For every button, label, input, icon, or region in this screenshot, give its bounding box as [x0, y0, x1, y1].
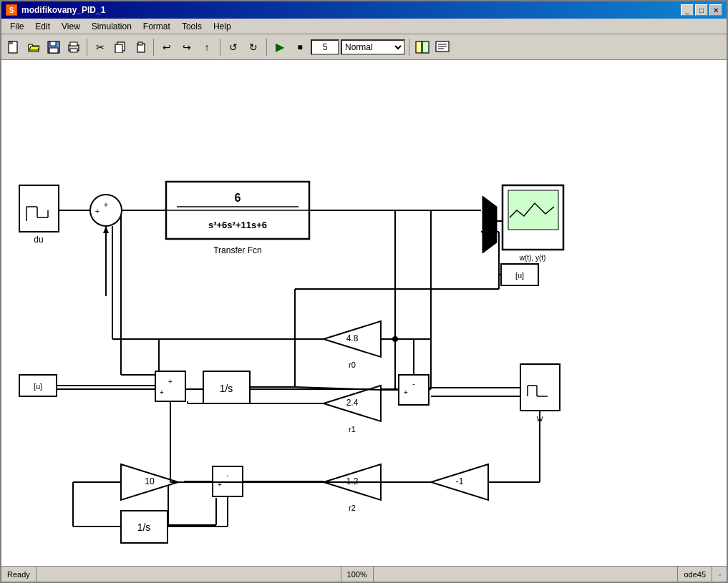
minimize-button[interactable]: _ — [681, 4, 694, 16]
print-button[interactable] — [64, 38, 83, 57]
menu-view[interactable]: View — [56, 20, 86, 33]
du-label: du — [34, 235, 43, 245]
svg-rect-3 — [50, 41, 56, 46]
status-empty — [37, 567, 341, 582]
separator-1 — [87, 39, 87, 56]
scope-label: w(t), y(t) — [519, 254, 546, 262]
status-zoom: 100% — [341, 567, 374, 582]
gain-r1-label: r1 — [349, 425, 356, 433]
main-window: S modifikovany_PID_1 _ □ ✕ File Edit Vie… — [0, 0, 728, 583]
menu-edit[interactable]: Edit — [29, 20, 56, 33]
status-solver: ode45 — [678, 567, 712, 582]
redo2-button[interactable]: ↻ — [244, 38, 263, 57]
integrator1-label: 1/s — [220, 383, 233, 394]
sum1-arrow-down — [103, 226, 109, 233]
du-block[interactable] — [19, 185, 59, 232]
title-bar-left: S modifikovany_PID_1 — [6, 4, 105, 16]
paste-button[interactable] — [131, 38, 150, 57]
svg-rect-4 — [49, 48, 58, 53]
transfer-label: Transfer Fcn — [213, 245, 262, 255]
gain-r0-value: 4.8 — [346, 333, 359, 343]
up-button[interactable]: ↑ — [198, 38, 216, 57]
maximize-button[interactable]: □ — [695, 4, 708, 16]
gain-10-value: 10 — [145, 476, 155, 486]
library-button[interactable] — [413, 38, 432, 57]
stop-button[interactable]: ■ — [291, 38, 309, 57]
separator-2 — [153, 39, 154, 56]
window-controls: _ □ ✕ — [681, 4, 722, 16]
svg-rect-12 — [416, 41, 422, 53]
status-empty2 — [374, 567, 679, 582]
gain-r2-label: r2 — [349, 504, 356, 512]
menu-file[interactable]: File — [4, 20, 29, 33]
title-bar: S modifikovany_PID_1 _ □ ✕ — [1, 1, 727, 19]
copy-button[interactable] — [111, 38, 130, 57]
w-block[interactable] — [520, 364, 560, 411]
close-button[interactable]: ✕ — [709, 4, 722, 16]
gain-r0-label: r0 — [349, 361, 356, 369]
redo-button[interactable]: ↪ — [178, 38, 196, 57]
cut-button[interactable]: ✂ — [91, 38, 110, 57]
mux-block[interactable] — [482, 196, 497, 253]
sum2-plus1: + — [168, 378, 173, 386]
app-icon: S — [6, 4, 17, 16]
status-bar: Ready 100% ode45 — [1, 566, 727, 582]
transfer-num: 6 — [235, 192, 241, 204]
open-button[interactable] — [24, 38, 43, 57]
save-button[interactable] — [44, 38, 63, 57]
svg-rect-6 — [70, 42, 77, 46]
menu-bar: File Edit View Simulation Format Tools H… — [1, 19, 727, 34]
separator-4 — [266, 39, 267, 56]
sum2-block[interactable] — [155, 371, 185, 401]
menu-help[interactable]: Help — [208, 20, 237, 33]
svg-line-97 — [381, 390, 399, 403]
window-title: modifikovany_PID_1 — [21, 5, 105, 15]
toolbar: ✂ ↩ ↪ ↑ ↺ ↻ ▶ ■ Normal — [1, 34, 727, 60]
separator-5 — [409, 39, 409, 56]
integrator2-label: 1/s — [137, 521, 151, 533]
u-goto-label: [u] — [515, 271, 524, 280]
status-corner — [712, 567, 727, 582]
transfer-den: s³+6s²+11s+6 — [208, 220, 267, 230]
svg-rect-9 — [115, 44, 122, 53]
status-ready: Ready — [1, 567, 37, 582]
svg-rect-1 — [10, 41, 12, 44]
undo2-button[interactable]: ↺ — [224, 38, 243, 57]
menu-format[interactable]: Format — [137, 20, 176, 33]
junction-dot-1 — [392, 336, 398, 342]
sum1-plus-left: + — [95, 207, 100, 215]
svg-marker-98 — [718, 573, 721, 576]
diagram-svg: du + + 6 s³+6s²+11s+6 Transfer Fcn — [1, 60, 727, 566]
svg-rect-7 — [70, 49, 77, 52]
data-inspector-button[interactable] — [433, 38, 452, 57]
svg-rect-13 — [422, 41, 429, 53]
sum-mid-minus: - — [412, 380, 414, 388]
sum1-plus-top: + — [104, 200, 108, 209]
svg-line-83 — [381, 390, 399, 403]
u-from-label: [u] — [34, 382, 42, 391]
menu-simulation[interactable]: Simulation — [86, 20, 137, 33]
sum-mid-plus: + — [404, 388, 408, 396]
sim-mode-select[interactable]: Normal — [341, 39, 405, 55]
sum-bot-minus: - — [226, 471, 228, 479]
sim-time-input[interactable] — [311, 39, 339, 55]
gain-r1-value: 2.4 — [346, 398, 359, 408]
menu-tools[interactable]: Tools — [176, 20, 208, 33]
separator-3 — [220, 39, 220, 56]
canvas-area[interactable]: du + + 6 s³+6s²+11s+6 Transfer Fcn — [1, 60, 727, 566]
sum2-plus2: + — [160, 388, 164, 396]
new-button[interactable] — [4, 38, 23, 57]
play-button[interactable]: ▶ — [271, 38, 289, 57]
gain-neg1-value: -1 — [456, 476, 464, 486]
svg-rect-11 — [138, 42, 142, 45]
undo-button[interactable]: ↩ — [157, 38, 176, 57]
